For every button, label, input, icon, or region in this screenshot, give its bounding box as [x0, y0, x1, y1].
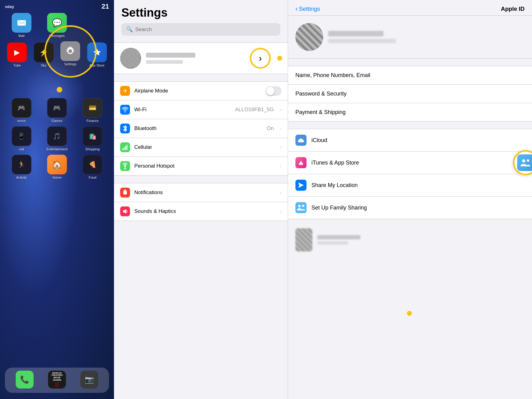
apple-id-cell-icloud[interactable]: iCloud [288, 129, 532, 151]
device-info [317, 235, 525, 245]
svg-rect-2 [122, 149, 123, 150]
app-social-label: cial [19, 147, 24, 151]
app-social[interactable]: 📱 cial [9, 126, 34, 151]
device-name-blurred [317, 235, 360, 239]
search-bar[interactable]: 🔍 [121, 23, 280, 36]
cell-bluetooth-value: On [267, 125, 274, 132]
app-activity[interactable]: 🏃 Activity [9, 155, 34, 179]
wifi-icon [120, 105, 130, 115]
family-sharing-icon-inner [517, 154, 532, 171]
apple-id-device-section [288, 222, 532, 258]
app-entertainment-label: Entertainment [47, 147, 67, 151]
app-sky[interactable]: ⚡ Sky [31, 43, 56, 67]
app-row-4: 📱 cial 🎵 Entertainment 🛍️ Shopping [4, 126, 110, 151]
app-food[interactable]: 🍕 Food [80, 155, 105, 179]
app-finance[interactable]: 💳 Finance [80, 98, 105, 123]
settings-group-connectivity: ✈ Airplane Mode Wi-Fi ALLO16FB1_5G › [114, 81, 288, 176]
cell-share-location-label: Share My Location [311, 182, 525, 189]
app-camera[interactable]: 📷 [77, 371, 102, 390]
svg-marker-12 [298, 182, 304, 188]
bluetooth-icon [120, 124, 130, 133]
cell-wifi-label: Wi-Fi [134, 107, 231, 113]
svg-point-13 [298, 205, 301, 207]
device-model-blurred [317, 241, 348, 245]
apple-id-cell-payment[interactable]: Payment & Shipping [288, 103, 532, 121]
bluetooth-chevron-icon: › [280, 126, 282, 131]
app-youtube[interactable]: ▶ Tube [5, 43, 29, 67]
settings-panel: Settings 🔍 › › ✈ Airplane Mode [114, 0, 288, 399]
cell-airplane-label: Airplane Mode [134, 88, 261, 94]
cell-hotspot-label: Personal Hotspot [134, 163, 276, 169]
cellular-icon [120, 142, 130, 152]
app-appstore[interactable]: App Store [85, 43, 109, 67]
cell-family-sharing-label: Set Up Family Sharing [311, 205, 525, 211]
app-entertainment[interactable]: 🎵 Entertainment [45, 126, 69, 151]
apple-id-cell-itunes[interactable]: iTunes & App Store [288, 151, 532, 174]
cell-cellular-label: Cellular [134, 144, 276, 150]
apple-id-cell-share-location[interactable]: Share My Location [288, 174, 532, 196]
settings-profile-name-blurred [146, 53, 195, 58]
airplane-icon: ✈ [120, 86, 130, 96]
settings-cell-airplane[interactable]: ✈ Airplane Mode [114, 81, 288, 100]
hotspot-chevron-icon: › [280, 163, 282, 169]
app-food-label: Food [89, 176, 96, 179]
apple-id-services-menu: iCloud iTunes & App Store [288, 129, 532, 219]
airplane-toggle[interactable] [266, 86, 282, 96]
app-games-label: Games [51, 119, 62, 123]
settings-profile-row[interactable]: › › [114, 43, 288, 74]
app-rence-label: rence [17, 119, 26, 123]
settings-profile-sub-blurred [146, 60, 183, 64]
annotation-dot-settings [57, 87, 62, 92]
settings-cell-notifications[interactable]: Notifications › [114, 183, 288, 202]
app-messages[interactable]: 💬 Messages [45, 13, 69, 38]
app-row-3: 🎮 rence 🎮 Games 💳 Finance [4, 98, 110, 123]
cell-bluetooth-label: Bluetooth [134, 125, 262, 132]
app-activity-label: Activity [16, 176, 27, 179]
status-day: sday [5, 4, 14, 9]
apple-id-top-menu: Name, Phone Numbers, Email Password & Se… [288, 66, 532, 121]
annotation-dot-profile [277, 56, 282, 61]
notifications-icon [120, 188, 130, 197]
app-settings-label: Settings [64, 62, 76, 66]
app-shopping[interactable]: 🛍️ Shopping [80, 126, 105, 151]
cell-notifications-label: Notifications [134, 189, 276, 196]
apple-id-profile-section [288, 16, 532, 59]
app-home[interactable]: 🏠 Home [45, 155, 69, 179]
apple-id-panel: ‹ Settings Apple ID Name, Phone Numbers,… [288, 0, 532, 399]
app-appstore-label: App Store [89, 63, 104, 67]
app-phone[interactable]: 📞 [12, 371, 37, 390]
search-input[interactable] [135, 26, 275, 33]
settings-cell-wifi[interactable]: Wi-Fi ALLO16FB1_5G › [114, 100, 288, 119]
app-games[interactable]: 🎮 Games [45, 98, 69, 123]
annotation-dot-family-sharing [407, 311, 412, 316]
back-button-label: Settings [299, 6, 320, 12]
apple-id-cell-password[interactable]: Password & Security [288, 84, 532, 103]
status-bar: sday 21 [0, 0, 114, 12]
app-rence[interactable]: 🎮 rence [9, 98, 34, 123]
apple-id-cell-name[interactable]: Name, Phone Numbers, Email [288, 66, 532, 84]
svg-rect-7 [124, 194, 126, 195]
annotation-circle-profile: › [250, 48, 271, 69]
apple-id-cell-family-sharing[interactable]: Set Up Family Sharing [288, 196, 532, 219]
settings-cell-hotspot[interactable]: Personal Hotspot › [114, 157, 288, 176]
app-row-5: 🏃 Activity 🏠 Home 🍕 Food [4, 155, 110, 179]
app-row-2: ▶ Tube ⚡ Sky [4, 41, 110, 67]
settings-cell-sounds[interactable]: Sounds & Haptics › [114, 202, 288, 221]
status-date: 21 [102, 2, 109, 10]
app-settings-wrap[interactable]: Settings [58, 41, 83, 67]
settings-cell-bluetooth[interactable]: Bluetooth On › [114, 119, 288, 138]
app-mail[interactable]: ✉️ Mail [9, 13, 34, 38]
search-icon: 🔍 [126, 26, 133, 33]
app-marcus-theatres[interactable]: MARCUS THEATRES MOVIE TAVERN ||| [45, 371, 69, 390]
family-sharing-cell-icon [295, 202, 307, 213]
apple-id-name-blurred [328, 31, 384, 36]
itunes-icon [295, 157, 307, 168]
back-chevron-icon: ‹ [295, 5, 298, 13]
back-button[interactable]: ‹ Settings [295, 5, 320, 13]
settings-header: Settings 🔍 [114, 0, 288, 39]
apple-id-avatar [295, 23, 323, 51]
settings-cell-cellular[interactable]: Cellular › [114, 138, 288, 157]
cell-payment-label: Payment & Shipping [295, 109, 525, 116]
device-thumbnail [295, 228, 312, 251]
app-row-1: ✉️ Mail 💬 Messages [4, 13, 110, 38]
